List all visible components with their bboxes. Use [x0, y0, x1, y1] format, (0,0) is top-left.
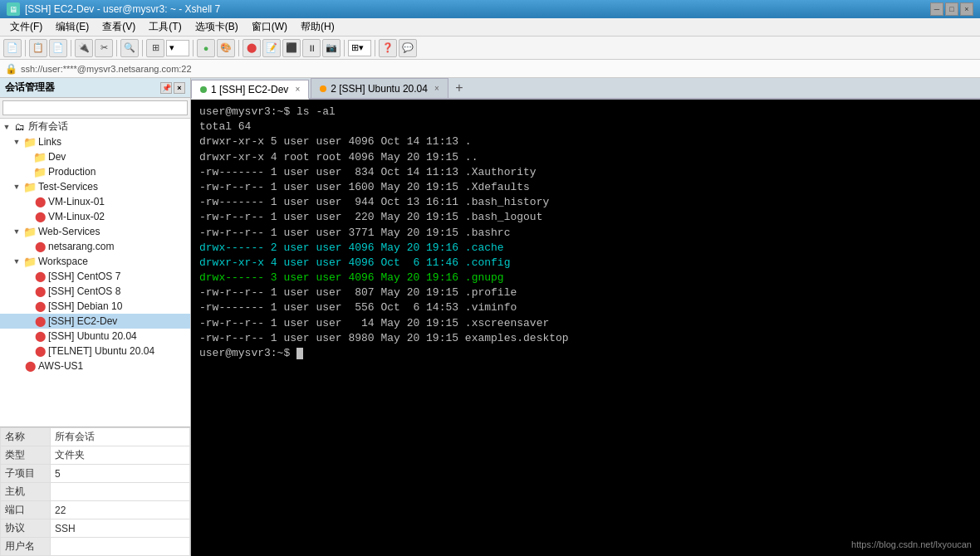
sidebar: 会话管理器 📌 × ▼ 🗂 所有会话 ▼ 📁 Links [0, 78, 191, 556]
layout-button[interactable]: ⊞ [146, 39, 164, 57]
close-button[interactable]: × [960, 2, 973, 16]
tree-test-services[interactable]: ▼ 📁 Test-Services [0, 179, 190, 194]
combo2-dropdown[interactable]: ⊞▾ [348, 40, 371, 56]
sidebar-search-area [0, 98, 190, 119]
folder-all-icon: 🗂 [13, 120, 27, 134]
terminal-line-1: drwxr-xr-x 5 user user 4096 Oct 14 11:13… [199, 134, 972, 149]
expand-u20-icon [22, 331, 32, 341]
tree-u20-label: [SSH] Ubuntu 20.04 [48, 330, 137, 342]
minimize-button[interactable]: ─ [930, 2, 943, 16]
tree-links[interactable]: ▼ 📁 Links [0, 134, 190, 149]
ssh-aws-icon: ⬤ [23, 359, 37, 373]
sidebar-title: 会话管理器 [5, 80, 55, 95]
prop-row-port: 端口 22 [1, 501, 190, 519]
toolbar: 📄 📋 📄 🔌 ✂ 🔍 ⊞ ▾ ● 🎨 ⬤ 📝 ⬛ ⏸ 📷 ⊞▾ ❓ 💬 [0, 37, 980, 60]
sep3 [116, 40, 117, 56]
terminal-line-3: -rw------- 1 user user 834 Oct 14 11:13 … [199, 165, 972, 180]
stop-log-button[interactable]: ⬛ [282, 39, 301, 57]
tab-ec2dev-indicator [200, 86, 207, 93]
tree-dev[interactable]: 📁 Dev [0, 149, 190, 164]
help-button[interactable]: ❓ [379, 39, 397, 57]
tree-production[interactable]: 📁 Production [0, 164, 190, 179]
terminal-line-10: drwx------ 3 user user 4096 May 20 19:16… [199, 271, 972, 285]
tree-all-sessions[interactable]: ▼ 🗂 所有会话 [0, 119, 190, 134]
tree-all-label: 所有会话 [28, 119, 68, 134]
new-session-button[interactable]: 📄 [3, 39, 22, 57]
tree-workspace[interactable]: ▼ 📁 Workspace [0, 254, 190, 269]
maximize-button[interactable]: □ [945, 2, 958, 16]
tree-centos8[interactable]: ⬤ [SSH] CentOS 8 [0, 284, 190, 299]
pause-button[interactable]: ⏸ [302, 39, 321, 57]
tab-ubuntu-indicator [320, 85, 326, 92]
sep1 [25, 40, 26, 56]
address-bar: 🔒 ssh://user:****@mysvr3.netsarang.com:2… [0, 60, 980, 78]
tab-ubuntu[interactable]: 2 [SSH] Ubuntu 20.04 × [311, 78, 448, 98]
main-area: 会话管理器 📌 × ▼ 🗂 所有会话 ▼ 📁 Links [0, 78, 980, 556]
tree-web-services[interactable]: ▼ 📁 Web-Services [0, 224, 190, 239]
content-area: 1 [SSH] EC2-Dev × 2 [SSH] Ubuntu 20.04 ×… [191, 78, 980, 556]
save-log-button[interactable]: 📝 [262, 39, 281, 57]
sidebar-close-button[interactable]: × [174, 82, 185, 94]
menu-tabs[interactable]: 选项卡(B) [189, 18, 245, 36]
sidebar-pin-button[interactable]: 📌 [160, 82, 172, 94]
tree-telnet-ubuntu[interactable]: ⬤ [TELNET] Ubuntu 20.04 [0, 344, 190, 358]
tab-add-button[interactable]: + [450, 79, 468, 97]
info-button[interactable]: 💬 [399, 39, 417, 57]
menu-help[interactable]: 帮助(H) [294, 18, 341, 36]
terminal-line-9: drwxr-xr-x 4 user user 4096 Oct 6 11:46 … [199, 256, 972, 271]
expand-tu-icon [22, 346, 32, 356]
tree-ec2dev[interactable]: ⬤ [SSH] EC2-Dev [0, 314, 190, 329]
paste-button[interactable]: 📄 [49, 39, 67, 57]
tree-aws-us1[interactable]: ⬤ AWS-US1 [0, 358, 190, 373]
tree-web-label: Web-Services [38, 226, 100, 237]
search-button[interactable]: 🔍 [120, 39, 139, 57]
folder-production-icon: 📁 [33, 165, 47, 178]
tab-ec2dev[interactable]: 1 [SSH] EC2-Dev × [191, 80, 309, 100]
tree-netsarang[interactable]: ⬤ netsarang.com [0, 239, 190, 254]
copy-button[interactable]: 📋 [29, 39, 47, 57]
connect-button[interactable]: 🔌 [75, 39, 93, 57]
terminal-line-14: -rw-r--r-- 1 user user 8980 May 20 19:15… [199, 331, 972, 346]
prop-label-name: 名称 [1, 428, 51, 446]
record-button[interactable]: ⬤ [243, 39, 261, 57]
ssh-c8-icon: ⬤ [33, 285, 47, 298]
color-button[interactable]: ● [197, 39, 215, 57]
folder-test-icon: 📁 [23, 180, 37, 193]
tree-vm02[interactable]: ⬤ VM-Linux-02 [0, 209, 190, 224]
prop-row-name: 名称 所有会话 [1, 428, 190, 446]
disconnect-button[interactable]: ✂ [95, 39, 113, 57]
tab-ec2dev-close[interactable]: × [295, 85, 300, 94]
prop-row-host: 主机 [1, 483, 190, 501]
tree-debian10[interactable]: ⬤ [SSH] Debian 10 [0, 299, 190, 314]
terminal-line-5: -rw------- 1 user user 944 Oct 13 16:11 … [199, 195, 972, 210]
menu-window[interactable]: 窗口(W) [245, 18, 294, 36]
ssh-c7-icon: ⬤ [33, 270, 47, 283]
expand-ws-icon: ▼ [12, 256, 22, 266]
title-text: [SSH] EC2-Dev - user@mysvr3: ~ - Xshell … [25, 3, 930, 15]
tree-c8-label: [SSH] CentOS 8 [48, 285, 120, 297]
prop-label-protocol: 协议 [1, 519, 51, 538]
combo-dropdown[interactable]: ▾ [166, 40, 189, 56]
sep8 [375, 40, 375, 56]
menu-tools[interactable]: 工具(T) [142, 18, 188, 36]
prop-value-host [51, 483, 190, 501]
screenshot-button[interactable]: 📷 [322, 39, 341, 57]
ssh-vm02-icon: ⬤ [33, 210, 47, 223]
tree-ubuntu2004[interactable]: ⬤ [SSH] Ubuntu 20.04 [0, 329, 190, 344]
tree-links-label: Links [38, 136, 61, 148]
tab-ubuntu-label: 2 [SSH] Ubuntu 20.04 [331, 83, 428, 95]
style-button[interactable]: 🎨 [217, 39, 235, 57]
tree-centos7[interactable]: ⬤ [SSH] CentOS 7 [0, 269, 190, 284]
ssh-u20-icon: ⬤ [33, 329, 47, 343]
terminal[interactable]: user@mysvr3:~$ ls -al total 64 drwxr-xr-… [191, 100, 980, 556]
menu-file[interactable]: 文件(F) [3, 18, 49, 36]
tree-vm01[interactable]: ⬤ VM-Linux-01 [0, 194, 190, 209]
prop-label-children: 子项目 [1, 465, 51, 483]
sidebar-search-input[interactable] [2, 100, 188, 115]
tree-production-label: Production [48, 166, 96, 178]
menu-view[interactable]: 查看(V) [96, 18, 142, 36]
tab-bar: 1 [SSH] EC2-Dev × 2 [SSH] Ubuntu 20.04 ×… [191, 78, 980, 100]
properties-panel: 名称 所有会话 类型 文件夹 子项目 5 主机 端口 22 [0, 427, 190, 556]
menu-edit[interactable]: 编辑(E) [49, 18, 96, 36]
tab-ubuntu-close[interactable]: × [434, 84, 439, 93]
